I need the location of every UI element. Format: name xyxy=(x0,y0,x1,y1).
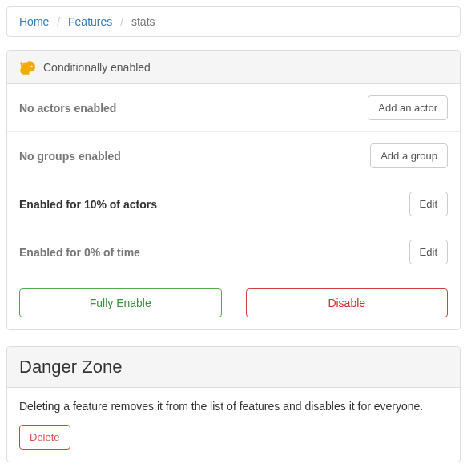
add-group-button[interactable]: Add a group xyxy=(370,143,448,168)
groups-row: No groups enabled Add a group xyxy=(7,132,460,180)
actors-label: No actors enabled xyxy=(19,102,116,115)
delete-button[interactable]: Delete xyxy=(19,425,70,450)
actors-row: No actors enabled Add an actor xyxy=(7,84,460,132)
danger-zone-title: Danger Zone xyxy=(19,357,448,377)
edit-percent-actors-button[interactable]: Edit xyxy=(409,192,448,216)
danger-zone-body: Deleting a feature removes it from the l… xyxy=(7,388,460,462)
breadcrumb-home-link[interactable]: Home xyxy=(19,15,49,28)
danger-zone-header: Danger Zone xyxy=(7,347,460,388)
fully-enable-button[interactable]: Fully Enable xyxy=(19,288,222,317)
add-actor-button[interactable]: Add an actor xyxy=(368,95,448,120)
percent-actors-row: Enabled for 10% of actors Edit xyxy=(7,180,460,228)
danger-zone-panel: Danger Zone Deleting a feature removes i… xyxy=(6,346,461,462)
squirrel-icon xyxy=(19,59,35,75)
danger-zone-description: Deleting a feature removes it from the l… xyxy=(19,400,448,413)
breadcrumb-current: stats xyxy=(131,15,155,28)
feature-status-header: Conditionally enabled xyxy=(7,51,460,84)
feature-status-label: Conditionally enabled xyxy=(43,61,151,74)
feature-panel: Conditionally enabled No actors enabled … xyxy=(6,50,461,330)
edit-percent-time-button[interactable]: Edit xyxy=(409,240,448,264)
disable-button[interactable]: Disable xyxy=(246,288,449,317)
percent-actors-label: Enabled for 10% of actors xyxy=(19,198,157,211)
percent-time-label: Enabled for 0% of time xyxy=(19,246,140,259)
breadcrumb-separator: / xyxy=(115,15,128,28)
breadcrumb-separator: / xyxy=(52,15,65,28)
feature-actions: Fully Enable Disable xyxy=(7,276,460,329)
breadcrumb-features-link[interactable]: Features xyxy=(68,15,112,28)
percent-time-row: Enabled for 0% of time Edit xyxy=(7,228,460,276)
groups-label: No groups enabled xyxy=(19,150,121,163)
breadcrumb: Home / Features / stats xyxy=(6,6,461,37)
